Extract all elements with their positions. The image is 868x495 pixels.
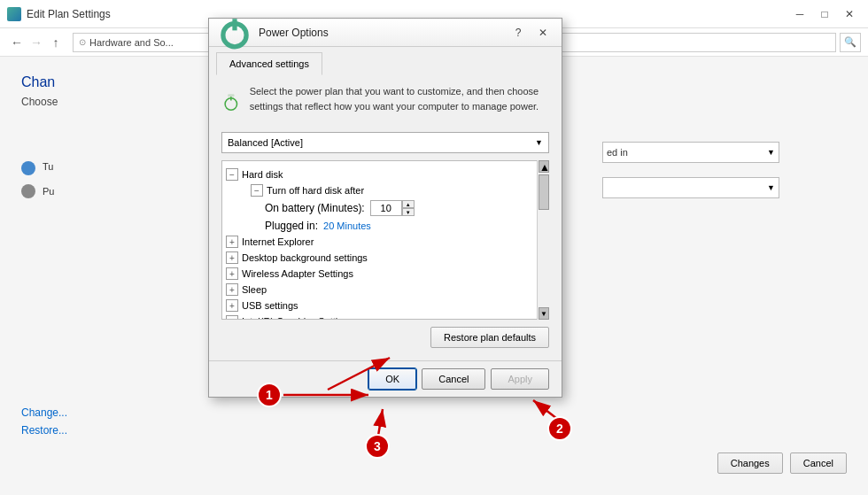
bg-label-tu: Tu: [43, 161, 53, 175]
ok-button[interactable]: OK: [368, 368, 416, 390]
scrollbar-track[interactable]: ▲ ▼: [537, 160, 549, 320]
tree-item-wireless[interactable]: + Wireless Adapter Settings: [222, 266, 548, 282]
plan-select-chevron: ▼: [535, 138, 543, 147]
dialog-body: Select the power plan that you want to c…: [209, 75, 562, 360]
tree-item-hard-disk[interactable]: − Hard disk: [222, 166, 548, 182]
search-icon: 🔍: [844, 36, 856, 48]
bg-minimize-btn[interactable]: ─: [788, 4, 811, 24]
nav-back-btn[interactable]: ←: [7, 33, 27, 52]
battery-spin-input[interactable]: ▲ ▼: [370, 200, 415, 216]
expand-icon-turn-off[interactable]: −: [251, 184, 263, 197]
annotation-badge-2: 2: [547, 416, 572, 441]
bg-footer: Changes Cancel: [717, 452, 847, 474]
expand-icon-sleep[interactable]: +: [226, 283, 238, 296]
chevron-down-icon: ▼: [767, 148, 775, 157]
badge-3-label: 3: [374, 439, 381, 453]
restore-btn-container: Restore plan defaults: [221, 327, 549, 348]
advanced-settings-tab[interactable]: Advanced settings: [216, 52, 322, 75]
annotation-badge-1: 1: [257, 383, 282, 407]
bg-item-icon-1: [21, 161, 35, 175]
expand-icon-usb[interactable]: +: [226, 299, 238, 312]
bg-link-change[interactable]: Change...: [21, 406, 67, 419]
apply-button[interactable]: Apply: [491, 368, 549, 390]
tree-item-turn-off[interactable]: − Turn off hard disk after: [222, 182, 548, 198]
bg-dropdown-2[interactable]: ▼: [602, 177, 779, 198]
scroll-arrow-up[interactable]: ▲: [539, 160, 549, 173]
bg-close-btn[interactable]: ✕: [838, 4, 861, 24]
dialog-close-btn[interactable]: ✕: [531, 23, 554, 43]
plugged-label: Plugged in:: [265, 220, 318, 232]
dialog-title-text: Power Options: [259, 27, 329, 39]
bg-item-icon-2: [21, 184, 35, 198]
bg-cancel-btn[interactable]: Cancel: [790, 452, 847, 474]
restore-plan-defaults-btn[interactable]: Restore plan defaults: [430, 327, 549, 348]
scrollbar-thumb[interactable]: [539, 174, 549, 210]
power-icon-large: [221, 84, 241, 121]
dialog-tab[interactable]: Advanced settings: [209, 47, 562, 75]
tree-item-on-battery: On battery (Minutes): ▲ ▼: [222, 198, 548, 218]
bg-links: Change... Restore...: [21, 406, 67, 442]
expand-icon-wireless[interactable]: +: [226, 267, 238, 280]
dialog-title-icon: [216, 14, 253, 51]
expand-icon-hard-disk[interactable]: −: [226, 168, 238, 181]
tree-item-intel[interactable]: + Intel(R) Graphics Settings: [222, 313, 548, 320]
bg-dropdown-1[interactable]: ed in ▼: [602, 142, 779, 163]
expand-icon-intel[interactable]: +: [226, 315, 238, 320]
dialog-intro-text: Select the power plan that you want to c…: [250, 84, 549, 121]
dialog-controls: ? ✕: [507, 23, 554, 43]
nav-forward-btn[interactable]: →: [27, 33, 46, 52]
chevron-down-icon-2: ▼: [767, 183, 775, 192]
plan-select-value: Balanced [Active]: [228, 137, 303, 148]
bg-title-text: Edit Plan Settings: [27, 8, 111, 20]
svg-rect-4: [228, 94, 234, 97]
settings-list-inner: − Hard disk − Turn off hard disk after O…: [222, 165, 548, 320]
bg-right-dropdowns: ed in ▼ ▼: [602, 142, 779, 205]
battery-label: On battery (Minutes):: [265, 202, 365, 214]
bg-label-pu: Pu: [43, 186, 54, 197]
settings-list-container: − Hard disk − Turn off hard disk after O…: [221, 160, 549, 320]
scroll-arrow-down[interactable]: ▼: [539, 307, 549, 320]
tree-item-plugged-in: Plugged in: 20 Minutes: [222, 218, 548, 234]
address-text: Hardware and So...: [89, 37, 174, 48]
annotation-badge-3: 3: [365, 434, 390, 459]
cancel-button[interactable]: Cancel: [422, 368, 485, 390]
badge-2-label: 2: [556, 422, 563, 436]
bg-link-restore[interactable]: Restore...: [21, 424, 67, 437]
tree-item-ie[interactable]: + Internet Explorer: [222, 234, 548, 250]
dialog-intro: Select the power plan that you want to c…: [221, 84, 549, 121]
tree-item-usb[interactable]: + USB settings: [222, 298, 548, 313]
power-options-dialog: Power Options ? ✕ Advanced settings Sele…: [208, 18, 562, 398]
nav-up-btn[interactable]: ↑: [46, 33, 66, 52]
expand-icon-ie[interactable]: +: [226, 236, 238, 248]
expand-icon-desktop-bg[interactable]: +: [226, 251, 238, 264]
plan-select[interactable]: Balanced [Active] ▼: [221, 132, 549, 153]
bg-title-icon: [7, 7, 21, 21]
bg-maximize-btn[interactable]: □: [813, 4, 836, 24]
bg-changes-btn[interactable]: Changes: [717, 452, 783, 474]
spin-up-btn[interactable]: ▲: [402, 200, 415, 208]
dialog-titlebar: Power Options ? ✕: [209, 19, 562, 47]
badge-1-label: 1: [266, 388, 273, 402]
settings-list[interactable]: − Hard disk − Turn off hard disk after O…: [221, 160, 549, 320]
spin-buttons[interactable]: ▲ ▼: [402, 200, 415, 216]
battery-value-input[interactable]: [370, 200, 402, 216]
dialog-title-left: Power Options: [216, 14, 329, 51]
tree-item-desktop-bg[interactable]: + Desktop background settings: [222, 250, 548, 266]
tree-item-sleep[interactable]: + Sleep: [222, 282, 548, 298]
dialog-help-btn[interactable]: ?: [507, 23, 530, 43]
plugged-link[interactable]: 20 Minutes: [323, 220, 371, 231]
search-btn[interactable]: 🔍: [840, 33, 861, 52]
spin-down-btn[interactable]: ▼: [402, 208, 415, 216]
